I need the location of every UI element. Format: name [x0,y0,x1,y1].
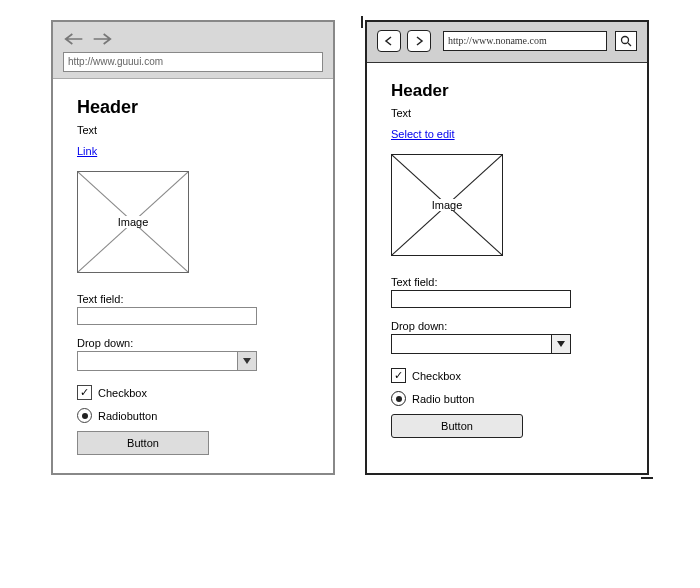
search-button[interactable] [615,31,637,51]
radio-label: Radiobutton [98,410,157,422]
text-input[interactable] [77,307,257,325]
back-arrow-icon[interactable] [63,30,85,48]
body-text: Text [391,107,623,119]
forward-arrow-icon[interactable] [91,30,113,48]
link[interactable]: Link [77,145,97,157]
dropdown-label: Drop down: [77,337,309,349]
textfield-label: Text field: [77,293,309,305]
submit-button[interactable]: Button [391,414,523,438]
dropdown-label: Drop down: [391,320,623,332]
back-button[interactable] [377,30,401,52]
url-input[interactable]: http://www.guuui.com [63,52,323,72]
checkbox-label: Checkbox [98,387,147,399]
text-input[interactable] [391,290,571,308]
checkbox[interactable]: ✓ [77,385,92,400]
chevron-down-icon[interactable] [237,352,256,370]
dropdown[interactable] [77,351,257,371]
forward-button[interactable] [407,30,431,52]
browser-toolbar: http://www.guuui.com [53,22,333,79]
dropdown[interactable] [391,334,571,354]
wireframe-clean: http://www.guuui.com Header Text Link Im… [51,20,335,475]
checkbox[interactable]: ✓ [391,368,406,383]
page-header: Header [77,97,309,118]
image-placeholder: Image [391,154,503,256]
radio-button[interactable] [391,391,406,406]
page-content: Header Text Select to edit Image Text fi… [367,63,647,456]
svg-point-2 [622,37,629,44]
submit-button[interactable]: Button [77,431,209,455]
radio-label: Radio button [412,393,474,405]
image-label: Image [430,199,465,211]
search-icon [620,35,632,47]
image-label: Image [116,216,151,228]
textfield-label: Text field: [391,276,623,288]
checkbox-label: Checkbox [412,370,461,382]
browser-toolbar: http://www.noname.com [367,22,647,63]
link[interactable]: Select to edit [391,128,455,140]
page-content: Header Text Link Image Text field: Drop … [53,79,333,473]
svg-line-3 [628,43,631,46]
chevron-down-icon[interactable] [551,335,570,353]
wireframe-sketchy: http://www.noname.com Header Text Select… [365,20,649,475]
page-header: Header [391,81,623,101]
body-text: Text [77,124,309,136]
image-placeholder: Image [77,171,189,273]
url-input[interactable]: http://www.noname.com [443,31,607,51]
radio-button[interactable] [77,408,92,423]
